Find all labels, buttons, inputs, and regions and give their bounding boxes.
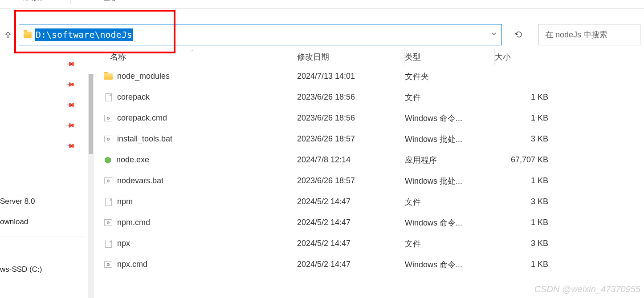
file-row[interactable]: install_tools.bat2023/6/26 18:57Windows … (101, 129, 644, 149)
scrollbar-thumb[interactable] (89, 74, 93, 154)
file-type: 文件 (405, 92, 495, 103)
sidebar: 📌 📌 📌 📌 📌 Server 8.0 ownload ws-SSD (C:) (0, 48, 88, 298)
script-icon (104, 261, 112, 268)
script-icon (104, 115, 112, 121)
file-row[interactable]: node_modules2024/7/13 14:01文件夹 (101, 66, 644, 87)
script-icon (104, 177, 112, 184)
header-date-label: 修改日期 (297, 52, 329, 62)
address-row: D:\software\nodeJs 在 nodeJs 中搜索 (0, 21, 644, 48)
file-date: 2023/6/26 18:57 (297, 134, 405, 144)
file-size: 1 KB (495, 176, 557, 185)
script-icon (104, 219, 112, 226)
file-row[interactable]: node.exe2024/7/8 12:14应用程序67,707 KB (101, 149, 644, 170)
file-row[interactable]: nodevars.bat2023/6/26 18:57Windows 批处...… (101, 170, 644, 191)
file-name: npx (117, 239, 130, 248)
header-date[interactable]: 修改日期 (297, 48, 405, 65)
file-type: Windows 命令... (405, 113, 495, 124)
refresh-button[interactable] (508, 24, 530, 45)
file-name: npx.cmd (117, 260, 147, 269)
sidebar-item-drive[interactable]: ws-SSD (C:) (0, 259, 88, 280)
search-placeholder: 在 nodeJs 中搜索 (545, 29, 607, 40)
file-name: node_modules (117, 72, 170, 81)
file-row[interactable]: npx2024/5/2 14:47文件3 KB (101, 233, 644, 254)
file-icon (105, 240, 112, 248)
pin-icon: 📌 (65, 140, 76, 150)
column-headers: 名称 ︿ 修改日期 类型 大小 (101, 48, 644, 66)
file-type: 应用程序 (405, 155, 495, 165)
file-name: install_tools.bat (117, 134, 172, 144)
file-row[interactable]: corepack.cmd2023/6/26 18:56Windows 命令...… (101, 108, 644, 129)
folder-icon (24, 32, 32, 38)
file-size: 1 KB (495, 113, 557, 123)
file-date: 2024/5/2 14:47 (297, 239, 405, 248)
file-type: 文件 (405, 197, 495, 207)
header-type[interactable]: 类型 (405, 48, 495, 65)
sidebar-pinned-item[interactable]: 📌 (0, 74, 88, 94)
top-toolbar: ↑↓ 排序 ≡ 查看 (0, 0, 644, 9)
node-exe-icon (104, 156, 112, 164)
chevron-down-icon[interactable] (491, 31, 497, 39)
sidebar-item-label: Server 8.0 (0, 197, 35, 206)
file-date: 2024/5/2 14:47 (297, 197, 405, 206)
file-name: npm (117, 197, 133, 206)
svg-marker-0 (105, 157, 111, 163)
file-size: 67,707 KB (495, 155, 557, 165)
file-list: 名称 ︿ 修改日期 类型 大小 node_modules2024/7/13 14… (88, 48, 644, 298)
file-size: 1 KB (495, 93, 557, 102)
file-type: Windows 命令... (405, 217, 495, 228)
header-size[interactable]: 大小 (495, 48, 557, 65)
sort-caret-icon: ︿ (190, 47, 195, 53)
sidebar-pinned-item[interactable]: 📌 (0, 135, 88, 156)
file-type: Windows 命令... (405, 259, 495, 270)
sidebar-item-label: ownload (0, 217, 28, 226)
file-date: 2024/7/8 12:14 (297, 155, 405, 165)
file-date: 2023/6/26 18:56 (297, 93, 405, 102)
header-name-label: 名称 (110, 52, 126, 62)
folder-icon (104, 73, 113, 80)
file-icon (105, 93, 112, 101)
file-size: 3 KB (495, 134, 557, 144)
file-type: Windows 批处... (405, 134, 495, 145)
header-size-label: 大小 (495, 52, 511, 62)
file-size: 1 KB (495, 218, 557, 227)
sidebar-pinned-item[interactable]: 📌 (0, 53, 88, 74)
file-type: 文件 (405, 238, 495, 249)
file-date: 2024/5/2 14:47 (297, 218, 405, 227)
header-name[interactable]: 名称 ︿ (101, 48, 297, 65)
sidebar-item-server[interactable]: Server 8.0 (0, 191, 88, 212)
toolbar-divider (70, 0, 71, 4)
pin-icon: 📌 (65, 79, 76, 89)
sidebar-divider (0, 237, 84, 237)
address-bar[interactable]: D:\software\nodeJs (19, 24, 502, 45)
sidebar-scrollbar[interactable] (88, 74, 94, 298)
header-type-label: 类型 (405, 52, 421, 62)
search-input[interactable]: 在 nodeJs 中搜索 (538, 24, 640, 45)
sidebar-item-label: ws-SSD (C:) (0, 265, 42, 274)
view-menu[interactable]: ≡ 查看 (98, 0, 116, 3)
file-row[interactable]: npm.cmd2024/5/2 14:47Windows 命令...1 KB (101, 212, 644, 233)
up-button[interactable] (4, 30, 12, 39)
file-row[interactable]: npx.cmd2024/5/2 14:47Windows 命令...1 KB (101, 254, 644, 275)
file-name: nodevars.bat (117, 176, 163, 185)
file-date: 2023/6/26 18:57 (297, 176, 405, 185)
sort-menu[interactable]: ↑↓ 排序 (22, 0, 44, 3)
file-type: Windows 批处... (405, 176, 495, 186)
file-name: corepack.cmd (117, 113, 167, 123)
view-icon: ≡ (98, 0, 101, 2)
sidebar-pinned-item[interactable]: 📌 (0, 94, 88, 115)
file-date: 2024/5/2 14:47 (297, 260, 405, 269)
address-path[interactable]: D:\software\nodeJs (35, 28, 133, 41)
file-name: npm.cmd (117, 218, 150, 227)
sidebar-pinned-item[interactable]: 📌 (0, 115, 88, 135)
file-icon (105, 198, 112, 206)
pin-icon: 📌 (65, 58, 76, 68)
pin-icon: 📌 (65, 120, 76, 130)
file-date: 2024/7/13 14:01 (297, 72, 405, 81)
sort-label: 排序 (31, 0, 44, 3)
file-name: node.exe (116, 155, 149, 165)
file-row[interactable]: corepack2023/6/26 18:56文件1 KB (101, 87, 644, 108)
file-row[interactable]: npm2024/5/2 14:47文件3 KB (101, 191, 644, 212)
file-name: corepack (117, 93, 150, 102)
sidebar-item-download[interactable]: ownload (0, 212, 88, 232)
file-size: 3 KB (495, 197, 557, 206)
